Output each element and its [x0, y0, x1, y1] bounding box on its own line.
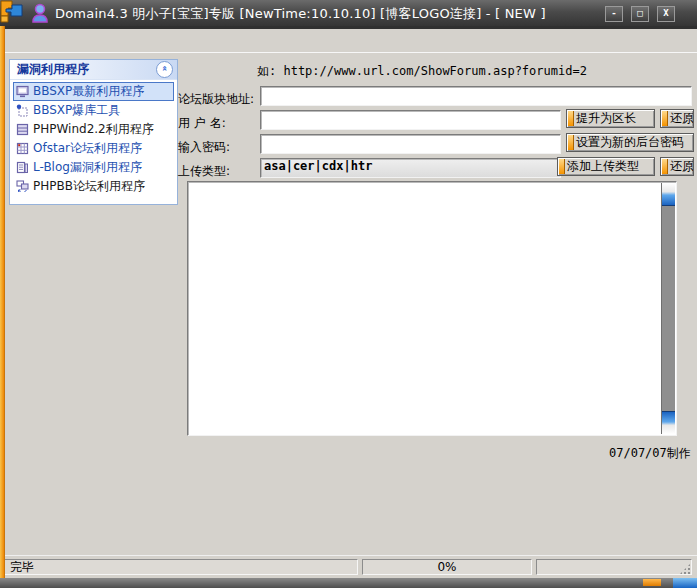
sidebar-item-label: PHPWind2.2利用程序 — [33, 121, 154, 138]
add-upload-type-button[interactable]: 添加上传类型 — [557, 157, 655, 176]
spare-pane — [536, 559, 692, 575]
sidebar-item-label: PHPBB论坛利用程序 — [33, 178, 145, 195]
sidebar-item-bbsxp-exploit[interactable]: BBSXP最新利用程序 — [13, 82, 174, 101]
window-bottom-edge — [0, 578, 697, 588]
close-button[interactable]: X — [657, 6, 675, 22]
username-input[interactable] — [260, 110, 561, 130]
scroll-down-button[interactable] — [662, 411, 675, 434]
sidebar-item-label: L-Blog漏洞利用程序 — [33, 159, 142, 176]
build-date-credit: 07/07/07制作 — [609, 445, 697, 462]
exploit-list: BBSXP最新利用程序 BBSXP爆库工具 PHPWind2.2利用程序 Ofs… — [10, 80, 177, 198]
windows-sync-icon — [16, 180, 29, 193]
promote-moderator-button[interactable]: 提升为区长 — [566, 109, 655, 128]
scroll-up-button[interactable] — [662, 183, 675, 206]
magnifier-yellow-icon — [21, 34, 36, 49]
layers-icon — [16, 123, 29, 136]
window-controls: - □ X — [605, 6, 675, 22]
crack-tool-icon — [27, 34, 42, 49]
set-new-admin-password-button[interactable]: 设置为新的后台密码 — [566, 133, 694, 152]
database-icon — [24, 34, 39, 49]
restore-upload-type-button[interactable]: 还原 — [660, 157, 694, 176]
status-message-pane: 完毕 — [4, 559, 358, 575]
sidebar-item-label: Ofstar论坛利用程序 — [33, 140, 142, 157]
bottom-accent-blue — [673, 578, 697, 588]
exploit-panel: 漏洞利用程序 « BBSXP最新利用程序 BBSXP爆库工具 PHPWind2.… — [9, 59, 178, 205]
sidebar-item-lblog-exploit[interactable]: L-Blog漏洞利用程序 — [13, 158, 174, 177]
document-icon — [16, 161, 29, 174]
password-input[interactable] — [260, 134, 561, 154]
forum-url-input[interactable] — [260, 86, 692, 106]
username-label: 用 户 名: — [178, 115, 226, 132]
status-text: 完毕 — [10, 559, 34, 576]
sidebar-item-label: BBSXP最新利用程序 — [33, 83, 144, 100]
result-output-box[interactable] — [187, 181, 677, 436]
bottom-accent-orange — [643, 579, 661, 586]
collapse-button[interactable]: « — [156, 61, 173, 78]
about-box-icon — [33, 34, 48, 49]
sidebar-item-label: BBSXP爆库工具 — [33, 102, 120, 119]
window-title: Domain4.3 明小子[宝宝]专版 [NewTime:10.10.10] [… — [55, 5, 546, 23]
panel-title: 漏洞利用程序 — [17, 61, 89, 78]
stamp-icon — [16, 104, 29, 117]
upload-type-label: 上传类型: — [178, 163, 230, 180]
maximize-button[interactable]: □ — [631, 6, 649, 22]
upload-chart-icon — [18, 34, 33, 49]
example-url-hint: 如: http://www.url.com/ShowForum.asp?foru… — [257, 63, 587, 80]
app-window: Domain4.3 明小子[宝宝]专版 [NewTime:10.10.10] [… — [0, 0, 697, 588]
restore-username-button[interactable]: 还原 — [660, 109, 694, 128]
window-left-edge — [0, 26, 5, 578]
tab-page-helper-tools: 漏洞利用程序 « BBSXP最新利用程序 BBSXP爆库工具 PHPWind2.… — [5, 52, 697, 556]
progress-percent: 0% — [437, 560, 456, 574]
tab-bar: 旁注检测 综合上传 SQL注入 数据库管理 破解工具 辅助工具 关于程序 — [5, 26, 697, 52]
monitor-icon — [16, 85, 29, 98]
minimize-button[interactable]: - — [605, 6, 623, 22]
app-logo-icon — [0, 0, 26, 26]
sidebar-item-ofstar-exploit[interactable]: Ofstar论坛利用程序 — [13, 139, 174, 158]
vertical-scrollbar[interactable] — [661, 183, 675, 434]
user-icon — [31, 3, 49, 23]
clipboard-icon — [30, 34, 45, 49]
title-bar: Domain4.3 明小子[宝宝]专版 [NewTime:10.10.10] [… — [0, 0, 697, 26]
sidebar-item-phpwind-exploit[interactable]: PHPWind2.2利用程序 — [13, 120, 174, 139]
forum-url-label: 论坛版块地址: — [178, 91, 254, 108]
password-label: 输入密码: — [178, 139, 230, 156]
grid-icon — [16, 142, 29, 155]
sidebar-item-phpbb-exploit[interactable]: PHPBB论坛利用程序 — [13, 177, 174, 196]
sidebar-item-bbsxp-dbburst[interactable]: BBSXP爆库工具 — [13, 101, 174, 120]
upload-type-input[interactable]: asa|cer|cdx|htr — [260, 158, 561, 178]
exploit-panel-header: 漏洞利用程序 « — [10, 60, 177, 80]
status-bar: 完毕 0% — [0, 555, 697, 579]
progress-pane: 0% — [362, 559, 532, 575]
magnifier-blue-icon — [15, 34, 30, 49]
